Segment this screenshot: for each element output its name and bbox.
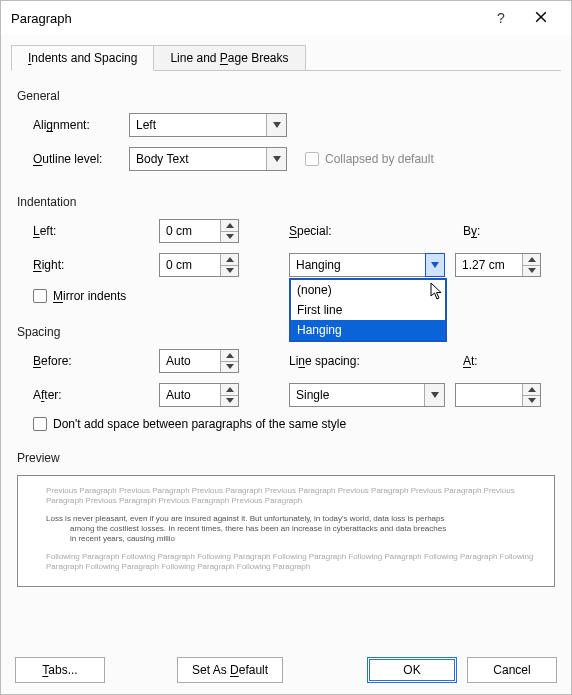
left-spin[interactable]	[159, 219, 239, 243]
after-label: After:	[33, 388, 149, 402]
right-spin[interactable]	[159, 253, 239, 277]
preview-box: Previous Paragraph Previous Paragraph Pr…	[17, 475, 555, 587]
dont-add-checkbox[interactable]: Don't add space between paragraphs of th…	[33, 417, 346, 431]
preview-previous: Previous Paragraph Previous Paragraph Pr…	[46, 486, 534, 506]
left-value[interactable]	[160, 220, 220, 242]
chevron-down-icon	[528, 268, 536, 273]
alignment-combo[interactable]	[129, 113, 287, 137]
preview-body: Loss is never pleasant, even if you are …	[46, 514, 534, 544]
after-spin-down[interactable]	[221, 396, 238, 407]
chevron-down-icon	[226, 398, 234, 403]
row-outline-level: Outline level: Outline level: Collapsed …	[17, 147, 555, 171]
cancel-button[interactable]: Cancel	[467, 657, 557, 683]
by-spin-up[interactable]	[523, 254, 540, 266]
before-spin[interactable]	[159, 349, 239, 373]
tab-strip: Indents and Spacing Indents and Spacing …	[11, 43, 561, 71]
outline-combo[interactable]	[129, 147, 287, 171]
before-value[interactable]	[160, 350, 220, 372]
chevron-down-icon	[226, 268, 234, 273]
checkbox-box	[305, 152, 319, 166]
spacing-grid: Before: Before: Line spacing: Line spaci…	[17, 349, 555, 407]
chevron-up-icon	[226, 387, 234, 392]
right-label: Right:	[33, 258, 149, 272]
chevron-up-icon	[226, 353, 234, 358]
left-spin-down[interactable]	[221, 232, 238, 243]
after-spin[interactable]	[159, 383, 239, 407]
special-dropdown-list[interactable]: (none) First line Hanging	[289, 278, 447, 342]
chevron-down-icon	[273, 156, 281, 162]
checkbox-box	[33, 289, 47, 303]
left-label: Left:	[33, 224, 149, 238]
collapsed-label: Collapsed by default	[325, 152, 434, 166]
checkbox-box	[33, 417, 47, 431]
at-spin-up[interactable]	[523, 384, 540, 396]
special-option-first-line[interactable]: First line	[291, 300, 445, 320]
before-label: Before:	[33, 354, 149, 368]
set-default-button[interactable]: Set As Default	[177, 657, 283, 683]
alignment-dropdown-button[interactable]	[266, 114, 286, 136]
section-general: General	[17, 89, 555, 103]
outline-dropdown-button[interactable]	[266, 148, 286, 170]
at-value[interactable]	[456, 384, 522, 406]
dont-add-label: Don't add space between paragraphs of th…	[53, 417, 346, 431]
by-label: By:	[455, 224, 555, 238]
mirror-checkbox[interactable]: Mirror indents Mirror indents	[33, 289, 126, 303]
alignment-label: Alignment:	[33, 118, 129, 132]
at-spin[interactable]	[455, 383, 541, 407]
outline-label: Outline level:	[33, 152, 129, 166]
after-spin-up[interactable]	[221, 384, 238, 396]
section-preview: Preview	[17, 451, 555, 465]
special-option-none[interactable]: (none)	[291, 280, 445, 300]
right-value[interactable]	[160, 254, 220, 276]
close-button[interactable]	[521, 2, 561, 34]
indentation-grid: Left: Left: Special: Special: By: By: Ri…	[17, 219, 555, 277]
ok-button[interactable]: OK	[367, 657, 457, 683]
chevron-up-icon	[528, 257, 536, 262]
before-spin-up[interactable]	[221, 350, 238, 362]
close-icon	[535, 10, 547, 26]
section-spacing: Spacing	[17, 325, 555, 339]
paragraph-dialog: Paragraph ? Indents and Spacing Indents …	[0, 0, 572, 695]
dialog-footer: Tabs... Tabs... Set As Default Set As De…	[1, 646, 571, 694]
line-spacing-label: Line spacing:	[269, 354, 445, 368]
chevron-down-icon	[226, 364, 234, 369]
special-dropdown-button[interactable]	[425, 253, 445, 277]
chevron-down-icon	[528, 398, 536, 403]
row-mirror: Mirror indents Mirror indents	[17, 289, 555, 303]
line-spacing-dropdown-button[interactable]	[424, 384, 444, 406]
row-dont-add: Don't add space between paragraphs of th…	[17, 417, 555, 431]
left-spin-up[interactable]	[221, 220, 238, 232]
row-alignment: Alignment: Alignment:	[17, 113, 555, 137]
by-spin[interactable]	[455, 253, 541, 277]
special-select[interactable]: (none) First line Hanging	[289, 253, 445, 277]
line-spacing-select[interactable]	[289, 383, 445, 407]
preview-following: Following Paragraph Following Paragraph …	[46, 552, 534, 572]
titlebar: Paragraph ?	[1, 1, 571, 35]
chevron-down-icon	[273, 122, 281, 128]
help-icon: ?	[497, 10, 505, 26]
right-spin-down[interactable]	[221, 266, 238, 277]
before-spin-down[interactable]	[221, 362, 238, 373]
chevron-down-icon	[431, 262, 439, 268]
outline-value[interactable]	[130, 148, 266, 170]
chevron-up-icon	[226, 257, 234, 262]
at-spin-down[interactable]	[523, 396, 540, 407]
chevron-up-icon	[226, 223, 234, 228]
special-value[interactable]	[290, 254, 426, 276]
tab-line-page-breaks[interactable]: Line and Page Breaks Line and Page Break…	[153, 45, 305, 71]
collapsed-checkbox: Collapsed by default	[305, 152, 434, 166]
line-spacing-value[interactable]	[290, 384, 424, 406]
help-button[interactable]: ?	[481, 2, 521, 34]
tab-indents-spacing[interactable]: Indents and Spacing Indents and Spacing	[11, 45, 154, 71]
by-spin-down[interactable]	[523, 266, 540, 277]
dialog-title: Paragraph	[11, 11, 481, 26]
tabs-button[interactable]: Tabs...	[15, 657, 105, 683]
after-value[interactable]	[160, 384, 220, 406]
mirror-label: Mirror indents	[53, 289, 126, 303]
special-option-hanging[interactable]: Hanging	[291, 320, 445, 340]
right-spin-up[interactable]	[221, 254, 238, 266]
alignment-value[interactable]	[130, 114, 266, 136]
by-value[interactable]	[456, 254, 522, 276]
panel-body: General Alignment: Alignment: Outline le…	[1, 71, 571, 465]
chevron-up-icon	[528, 387, 536, 392]
